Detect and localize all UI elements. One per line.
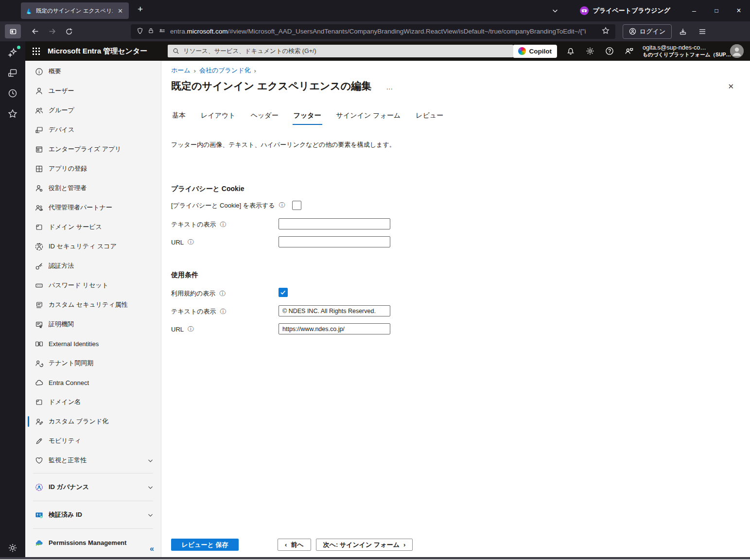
tab-header[interactable]: ヘッダー [250,111,279,125]
sidebar-collapse-icon[interactable]: « [150,544,154,553]
more-options-icon[interactable]: … [386,83,393,91]
ai-chatbot-icon[interactable] [7,47,18,58]
privacy-text-input[interactable] [279,218,390,229]
account-info[interactable]: ogita.s@sup-ndes-co… ものづくりプラットフォーム（SUP… [643,44,725,58]
window-maximize-button[interactable]: □ [705,0,728,21]
forward-button[interactable] [44,24,60,38]
tracking-shield-icon[interactable] [137,27,143,36]
sidebar-item-roles-admins[interactable]: 役割と管理者 [25,178,161,198]
sidebar-item-domain-names[interactable]: ドメイン名 [25,392,161,412]
terms-text-input[interactable] [279,305,390,316]
privacy-show-checkbox[interactable] [292,201,301,210]
sidebar-item-id-secure-score[interactable]: ID セキュリティ スコア [25,237,161,256]
waffle-menu-icon[interactable] [25,41,47,61]
global-search[interactable] [168,45,513,57]
sidebar-item-delegated-admin-partners[interactable]: 代理管理者パートナー [25,198,161,217]
chevron-left-icon: ‹ [285,541,287,548]
sidebar-item-permissions-management[interactable]: Permissions Management [25,532,161,553]
synced-tabs-icon[interactable] [7,68,18,78]
import-data-icon[interactable] [675,24,691,39]
tab-review[interactable]: レビュー [415,111,444,125]
next-button[interactable]: 次へ: サインイン フォーム › [316,539,413,551]
hamburger-menu-icon[interactable] [694,24,711,39]
previous-button[interactable]: ‹ 前へ [278,539,311,551]
terms-url-input[interactable] [279,323,390,334]
url-bar[interactable]: entra.microsoft.com/#view/Microsoft_AAD_… [131,24,615,39]
sidebar-item-monitoring-health[interactable]: 監視と正常性 [25,451,161,470]
sidebar-toggle-icon[interactable] [5,24,21,38]
tab-layout[interactable]: レイアウト [200,111,237,125]
tenant-sync-icon [35,359,43,368]
reload-button[interactable] [61,24,77,38]
sidebar-item-custom-security-attributes[interactable]: カスタム セキュリティ属性 [25,295,161,315]
devices-icon [35,125,43,134]
feedback-icon[interactable] [619,41,639,61]
sidebar-settings-gear-icon[interactable] [7,542,18,553]
window-close-button[interactable]: × [728,0,750,21]
search-input[interactable] [183,48,508,54]
terms-url-label: URL [171,326,184,333]
sidebar-item-domain-services[interactable]: ドメイン サービス [25,217,161,237]
enterprise-apps-icon [35,145,43,154]
tab-signin-form[interactable]: サインイン フォーム [335,111,402,125]
domain-box-icon [35,398,43,406]
terms-show-checkbox[interactable] [279,288,288,297]
info-icon[interactable]: ⓘ [219,290,226,298]
sidebar-item-id-governance[interactable]: ID ガバナンス [25,476,161,498]
breadcrumb-link[interactable]: 会社のブランド化 [199,66,251,75]
sidebar-item-app-registrations[interactable]: アプリの登録 [25,159,161,178]
sidebar-item-groups[interactable]: グループ [25,101,161,120]
back-button[interactable] [27,24,43,38]
sidebar-item-entra-connect[interactable]: Entra Connect [25,373,161,392]
copilot-button[interactable]: Copilot [513,45,558,58]
firefox-login-button[interactable]: ログイン [623,24,672,39]
sidebar-item-label: モビリティ [49,437,81,445]
close-pane-icon[interactable]: ✕ [728,82,734,91]
sidebar-item-devices[interactable]: デバイス [25,120,161,140]
lock-icon[interactable] [148,27,154,35]
new-tab-button[interactable]: + [138,4,143,15]
info-icon[interactable]: ⓘ [220,221,227,229]
bookmarks-star-icon[interactable] [7,108,18,119]
sidebar-item-overview[interactable]: 概要 [25,62,161,81]
sidebar-item-external-identities[interactable]: External Identities [25,334,161,353]
external-identities-icon [35,339,43,348]
sidebar-item-mobility[interactable]: モビリティ [25,431,161,451]
sidebar-item-password-reset[interactable]: パスワード リセット [25,276,161,295]
sidebar-item-verified-id[interactable]: 検証済み ID [25,504,161,525]
sidebar-item-label: 監視と正常性 [49,456,87,465]
settings-gear-icon[interactable] [580,41,600,61]
sidebar-item-label: テナント間同期 [49,359,93,368]
sidebar-item-cross-tenant-sync[interactable]: テナント間同期 [25,353,161,373]
avatar[interactable] [730,44,744,58]
tab-basics[interactable]: 基本 [171,111,187,125]
help-icon[interactable] [600,41,619,61]
sidebar-item-users[interactable]: ユーザー [25,81,161,101]
info-icon[interactable]: ⓘ [188,238,194,246]
sidebar-item-label: ID セキュリティ スコア [49,242,117,251]
tab-footer[interactable]: フッター [293,111,322,125]
breadcrumb-link[interactable]: ホーム [171,66,191,75]
group-icon [35,106,43,115]
review-save-button[interactable]: レビューと 保存 [171,539,239,551]
notifications-bell-icon[interactable] [561,41,580,61]
sidebar-item-auth-methods[interactable]: 認証方法 [25,256,161,276]
permissions-icon[interactable] [158,27,166,35]
window-minimize-button[interactable]: – [683,0,705,21]
chevron-right-icon: › [403,541,405,548]
app-registration-icon [35,164,43,173]
history-clock-icon[interactable] [7,88,18,99]
sidebar-item-certificate-authorities[interactable]: 証明機関 [25,315,161,334]
info-icon[interactable]: ⓘ [188,325,194,333]
privacy-url-input[interactable] [279,236,390,247]
info-icon[interactable]: ⓘ [220,308,227,316]
info-icon[interactable]: ⓘ [279,201,285,210]
tab-close-icon[interactable]: ✕ [116,7,124,15]
browser-tab[interactable]: 既定のサインイン エクスペリエンスの ✕ [21,2,129,19]
app-title[interactable]: Microsoft Entra 管理センター [48,47,147,56]
url-subdomain: entra. [170,28,187,35]
sidebar-item-custom-branding[interactable]: カスタム ブランド化 [25,412,161,431]
sidebar-item-enterprise-apps[interactable]: エンタープライズ アプリ [25,140,161,159]
bookmark-star-icon[interactable] [602,27,610,36]
tab-list-chevron-icon[interactable] [552,7,558,14]
